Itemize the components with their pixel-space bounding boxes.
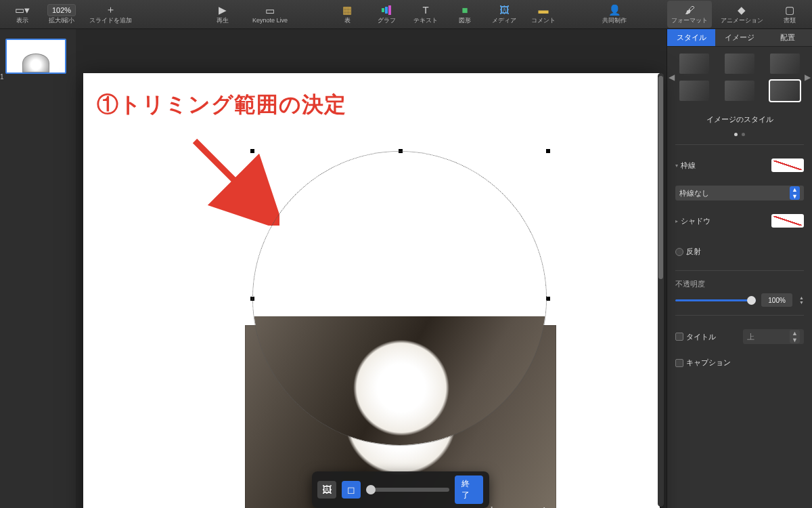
- opacity-label: 不透明度: [675, 279, 804, 289]
- select-stepper-icon: ▲▼: [790, 186, 800, 200]
- slide-navigator: 1: [0, 29, 76, 508]
- shape-label: 図形: [459, 16, 471, 25]
- keynote-live-label: Keynote Live: [252, 17, 288, 24]
- plus-icon: ＋: [106, 4, 116, 16]
- document-label: 書類: [784, 16, 796, 25]
- mask-done-button[interactable]: 終了: [455, 475, 484, 504]
- style-preset[interactable]: [679, 81, 709, 101]
- opacity-section: 不透明度 100% ▲▼: [675, 279, 804, 307]
- opacity-slider-knob[interactable]: [747, 296, 756, 305]
- play-label: 再生: [217, 16, 229, 25]
- format-inspector: スタイル イメージ 配置 ◀ ▶ イメージのスタイル: [667, 29, 812, 508]
- caption-label: キャプション: [686, 358, 731, 368]
- thumbnail-index: 1: [0, 73, 4, 81]
- play-button[interactable]: ▶ 再生: [204, 1, 241, 28]
- document-button[interactable]: ▢ 書類: [771, 1, 808, 28]
- caption-row: キャプション: [675, 358, 804, 373]
- border-select-value: 枠線なし: [679, 188, 709, 198]
- collaborate-icon: 👤: [608, 4, 621, 16]
- table-icon: ▦: [342, 4, 352, 16]
- opacity-slider[interactable]: [675, 299, 756, 301]
- tab-image[interactable]: イメージ: [715, 29, 763, 46]
- zoom-label: 拡大/縮小: [49, 16, 75, 25]
- pager-dot[interactable]: [742, 133, 745, 136]
- title-checkbox[interactable]: [675, 333, 683, 341]
- tab-arrange[interactable]: 配置: [764, 29, 812, 46]
- mask-zoom-slider[interactable]: [366, 488, 449, 492]
- canvas-scrollbar[interactable]: [658, 73, 664, 507]
- comment-button[interactable]: ▬ コメント: [525, 1, 562, 28]
- chevron-right-icon[interactable]: ▸: [675, 218, 678, 224]
- chart-button[interactable]: グラフ: [368, 1, 405, 28]
- mask-zoom-knob[interactable]: [366, 485, 376, 494]
- add-slide-button[interactable]: ＋ スライドを追加: [83, 1, 138, 28]
- border-style-select[interactable]: 枠線なし ▲▼: [675, 186, 804, 200]
- table-button[interactable]: ▦ 表: [329, 1, 365, 28]
- title-position-value: 上: [747, 332, 754, 342]
- slide-thumbnail-1[interactable]: 1: [5, 39, 66, 74]
- animate-button[interactable]: ◆ アニメーション: [715, 1, 769, 28]
- format-icon: 🖌: [685, 4, 695, 16]
- image-watermark: photoroamer.jp: [484, 505, 551, 508]
- opacity-stepper[interactable]: ▲▼: [798, 295, 804, 305]
- style-preset-selected[interactable]: [770, 81, 800, 101]
- play-icon: ▶: [219, 4, 227, 16]
- reflection-checkbox[interactable]: [675, 248, 683, 256]
- animate-icon: ◆: [738, 4, 746, 16]
- border-label: 枠線: [681, 161, 696, 171]
- main-area: 1 ①トリミング範囲の決定 photoroamer.jp: [0, 29, 812, 508]
- tab-style[interactable]: スタイル: [667, 29, 715, 46]
- annotation-arrow: [185, 131, 279, 226]
- select-stepper-icon: ▲▼: [790, 330, 800, 343]
- scrollbar-thumb[interactable]: [658, 76, 663, 279]
- keynote-live-button[interactable]: ▭ Keynote Live: [244, 1, 296, 28]
- zoom-value: 102%: [47, 4, 76, 16]
- mask-edit-toolbar: 🖼 ◻ 終了: [312, 471, 489, 508]
- title-row: タイトル 上 ▲▼: [675, 324, 804, 350]
- slide-canvas[interactable]: ①トリミング範囲の決定 photoroamer.jp 🖼 ◻: [83, 73, 660, 508]
- top-toolbar: ▭▾ 表示 102% 拡大/縮小 ＋ スライドを追加 ▶ 再生 ▭ Keynot…: [0, 0, 812, 29]
- text-label: テキスト: [413, 16, 438, 25]
- zoom-button[interactable]: 102% 拡大/縮小: [43, 1, 80, 28]
- media-icon: 🖼: [499, 4, 510, 16]
- view-menu-button[interactable]: ▭▾ 表示: [4, 1, 41, 28]
- text-button[interactable]: T テキスト: [407, 1, 444, 28]
- svg-line-0: [195, 141, 259, 205]
- style-preset[interactable]: [725, 54, 754, 74]
- style-preset[interactable]: [679, 54, 709, 74]
- media-button[interactable]: 🖼 メディア: [486, 1, 522, 28]
- add-slide-label: スライドを追加: [89, 16, 132, 25]
- caption-checkbox[interactable]: [675, 359, 683, 367]
- shadow-label: シャドウ: [681, 216, 710, 226]
- reflection-label: 反射: [686, 247, 701, 257]
- style-prev-icon[interactable]: ◀: [669, 72, 675, 82]
- chart-icon: [382, 4, 391, 16]
- pager-dot[interactable]: [734, 133, 738, 136]
- style-caption: イメージのスタイル: [675, 114, 804, 125]
- crop-handle[interactable]: [250, 149, 254, 153]
- annotation-text: ①トリミング範囲の決定: [97, 90, 346, 120]
- mask-image-mode-button[interactable]: 🖼: [317, 481, 336, 499]
- style-preset[interactable]: [725, 81, 754, 101]
- crop-handle[interactable]: [546, 149, 550, 153]
- style-next-icon[interactable]: ▶: [805, 72, 811, 82]
- view-label: 表示: [16, 16, 28, 25]
- title-position-select[interactable]: 上 ▲▼: [743, 329, 804, 344]
- border-color-swatch[interactable]: [771, 158, 804, 172]
- zoom-value-box: 102%: [47, 4, 76, 16]
- crop-mask-outline[interactable]: [252, 151, 547, 446]
- style-pager: [675, 133, 804, 136]
- shadow-swatch[interactable]: [771, 214, 804, 228]
- collaborate-label: 共同制作: [602, 16, 627, 25]
- view-icon: ▭▾: [15, 4, 30, 16]
- mask-crop-mode-button[interactable]: ◻: [342, 481, 361, 499]
- style-preset[interactable]: [770, 54, 800, 74]
- chevron-down-icon[interactable]: ▾: [675, 163, 678, 169]
- collaborate-button[interactable]: 👤 共同制作: [594, 1, 635, 28]
- shape-icon: ■: [461, 4, 468, 16]
- format-button[interactable]: 🖌 フォーマット: [667, 1, 712, 28]
- opacity-value[interactable]: 100%: [761, 293, 792, 307]
- comment-icon: ▬: [539, 4, 549, 16]
- format-label: フォーマット: [671, 16, 708, 25]
- shape-button[interactable]: ■ 図形: [447, 1, 483, 28]
